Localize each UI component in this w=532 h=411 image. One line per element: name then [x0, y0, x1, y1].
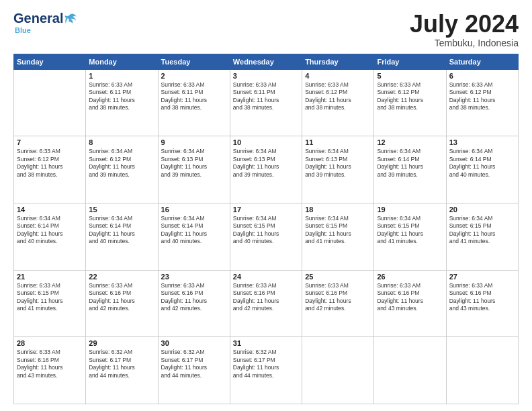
day-number: 28 [17, 339, 83, 347]
day-info: Sunrise: 6:34 AMSunset: 6:13 PMDaylight:… [305, 148, 371, 179]
calendar-cell: 10Sunrise: 6:34 AMSunset: 6:13 PMDayligh… [230, 136, 302, 203]
table-row: 7Sunrise: 6:33 AMSunset: 6:12 PMDaylight… [14, 136, 519, 203]
day-number: 17 [233, 205, 299, 214]
col-sunday: Sunday [14, 54, 86, 69]
day-info: Sunrise: 6:32 AMSunset: 6:17 PMDaylight:… [161, 349, 227, 379]
calendar-cell: 22Sunrise: 6:33 AMSunset: 6:16 PMDayligh… [86, 270, 158, 337]
day-info: Sunrise: 6:34 AMSunset: 6:15 PMDaylight:… [377, 215, 443, 246]
calendar-cell: 20Sunrise: 6:34 AMSunset: 6:15 PMDayligh… [446, 203, 518, 270]
calendar-cell: 11Sunrise: 6:34 AMSunset: 6:13 PMDayligh… [302, 136, 374, 203]
day-info: Sunrise: 6:33 AMSunset: 6:12 PMDaylight:… [377, 81, 443, 112]
day-info: Sunrise: 6:33 AMSunset: 6:11 PMDaylight:… [233, 81, 299, 112]
day-number: 30 [161, 339, 227, 347]
calendar-cell: 7Sunrise: 6:33 AMSunset: 6:12 PMDaylight… [14, 136, 86, 203]
day-info: Sunrise: 6:33 AMSunset: 6:16 PMDaylight:… [233, 282, 299, 313]
calendar-cell: 26Sunrise: 6:33 AMSunset: 6:16 PMDayligh… [374, 270, 446, 337]
header: General Blue July 2024 Tembuku, Indonesi… [13, 11, 519, 48]
calendar-cell: 2Sunrise: 6:33 AMSunset: 6:11 PMDaylight… [158, 69, 230, 136]
day-info: Sunrise: 6:33 AMSunset: 6:11 PMDaylight:… [161, 81, 227, 112]
day-number: 21 [17, 273, 83, 281]
day-number: 14 [17, 205, 83, 214]
day-number: 10 [233, 138, 299, 146]
logo-blue-text: Blue [15, 26, 31, 34]
day-info: Sunrise: 6:34 AMSunset: 6:13 PMDaylight:… [233, 148, 299, 179]
table-row: 28Sunrise: 6:33 AMSunset: 6:16 PMDayligh… [14, 337, 519, 404]
col-saturday: Saturday [446, 54, 518, 69]
day-info: Sunrise: 6:32 AMSunset: 6:17 PMDaylight:… [233, 349, 299, 379]
day-number: 23 [161, 273, 227, 281]
day-number: 24 [233, 273, 299, 281]
day-number: 31 [233, 339, 299, 347]
day-info: Sunrise: 6:34 AMSunset: 6:14 PMDaylight:… [377, 148, 443, 179]
day-number: 4 [305, 72, 371, 80]
page: General Blue July 2024 Tembuku, Indonesi… [0, 0, 532, 411]
day-info: Sunrise: 6:32 AMSunset: 6:17 PMDaylight:… [89, 349, 154, 379]
day-number: 11 [305, 138, 371, 146]
day-info: Sunrise: 6:34 AMSunset: 6:15 PMDaylight:… [305, 215, 371, 246]
calendar-cell: 4Sunrise: 6:33 AMSunset: 6:12 PMDaylight… [302, 69, 374, 136]
logo-general: General [13, 11, 63, 26]
calendar-cell: 31Sunrise: 6:32 AMSunset: 6:17 PMDayligh… [230, 337, 302, 404]
day-info: Sunrise: 6:33 AMSunset: 6:12 PMDaylight:… [305, 81, 371, 112]
day-info: Sunrise: 6:34 AMSunset: 6:13 PMDaylight:… [161, 148, 227, 179]
day-info: Sunrise: 6:33 AMSunset: 6:12 PMDaylight:… [449, 81, 515, 112]
day-number: 2 [161, 72, 227, 80]
calendar-cell: 23Sunrise: 6:33 AMSunset: 6:16 PMDayligh… [158, 270, 230, 337]
calendar-cell: 13Sunrise: 6:34 AMSunset: 6:14 PMDayligh… [446, 136, 518, 203]
calendar-cell: 5Sunrise: 6:33 AMSunset: 6:12 PMDaylight… [374, 69, 446, 136]
day-info: Sunrise: 6:33 AMSunset: 6:16 PMDaylight:… [305, 282, 371, 313]
calendar-cell: 3Sunrise: 6:33 AMSunset: 6:11 PMDaylight… [230, 69, 302, 136]
day-info: Sunrise: 6:33 AMSunset: 6:16 PMDaylight:… [161, 282, 227, 313]
col-friday: Friday [374, 54, 446, 69]
day-number: 29 [89, 339, 154, 347]
day-info: Sunrise: 6:34 AMSunset: 6:15 PMDaylight:… [233, 215, 299, 246]
day-number: 18 [305, 205, 371, 214]
calendar-cell: 14Sunrise: 6:34 AMSunset: 6:14 PMDayligh… [14, 203, 86, 270]
calendar-cell: 1Sunrise: 6:33 AMSunset: 6:11 PMDaylight… [86, 69, 158, 136]
title-block: July 2024 Tembuku, Indonesia [410, 11, 519, 48]
day-number: 19 [377, 205, 443, 214]
day-number: 26 [377, 273, 443, 281]
day-info: Sunrise: 6:33 AMSunset: 6:16 PMDaylight:… [89, 282, 154, 313]
calendar-cell: 16Sunrise: 6:34 AMSunset: 6:14 PMDayligh… [158, 203, 230, 270]
calendar-cell [446, 337, 518, 404]
day-number: 9 [161, 138, 227, 146]
calendar-cell [14, 69, 86, 136]
day-info: Sunrise: 6:34 AMSunset: 6:12 PMDaylight:… [89, 148, 154, 179]
day-number: 20 [449, 205, 515, 214]
calendar-cell: 18Sunrise: 6:34 AMSunset: 6:15 PMDayligh… [302, 203, 374, 270]
col-wednesday: Wednesday [230, 54, 302, 69]
table-row: 21Sunrise: 6:33 AMSunset: 6:15 PMDayligh… [14, 270, 519, 337]
day-info: Sunrise: 6:34 AMSunset: 6:15 PMDaylight:… [449, 215, 515, 246]
calendar-cell: 9Sunrise: 6:34 AMSunset: 6:13 PMDaylight… [158, 136, 230, 203]
calendar-cell: 28Sunrise: 6:33 AMSunset: 6:16 PMDayligh… [14, 337, 86, 404]
day-info: Sunrise: 6:33 AMSunset: 6:12 PMDaylight:… [17, 148, 83, 179]
calendar-header-row: Sunday Monday Tuesday Wednesday Thursday… [14, 54, 519, 69]
calendar-cell [374, 337, 446, 404]
day-info: Sunrise: 6:33 AMSunset: 6:16 PMDaylight:… [17, 349, 83, 379]
day-info: Sunrise: 6:33 AMSunset: 6:16 PMDaylight:… [449, 282, 515, 313]
col-monday: Monday [86, 54, 158, 69]
day-number: 22 [89, 273, 154, 281]
col-thursday: Thursday [302, 54, 374, 69]
day-info: Sunrise: 6:33 AMSunset: 6:11 PMDaylight:… [89, 81, 154, 112]
table-row: 1Sunrise: 6:33 AMSunset: 6:11 PMDaylight… [14, 69, 519, 136]
col-tuesday: Tuesday [158, 54, 230, 69]
day-info: Sunrise: 6:33 AMSunset: 6:16 PMDaylight:… [377, 282, 443, 313]
table-row: 14Sunrise: 6:34 AMSunset: 6:14 PMDayligh… [14, 203, 519, 270]
day-number: 3 [233, 72, 299, 80]
calendar-cell: 17Sunrise: 6:34 AMSunset: 6:15 PMDayligh… [230, 203, 302, 270]
day-number: 25 [305, 273, 371, 281]
calendar-cell [302, 337, 374, 404]
day-number: 6 [449, 72, 515, 80]
calendar-cell: 27Sunrise: 6:33 AMSunset: 6:16 PMDayligh… [446, 270, 518, 337]
day-number: 1 [89, 72, 154, 80]
day-number: 7 [17, 138, 83, 146]
calendar-cell: 6Sunrise: 6:33 AMSunset: 6:12 PMDaylight… [446, 69, 518, 136]
calendar-cell: 15Sunrise: 6:34 AMSunset: 6:14 PMDayligh… [86, 203, 158, 270]
day-number: 27 [449, 273, 515, 281]
day-info: Sunrise: 6:33 AMSunset: 6:15 PMDaylight:… [17, 282, 83, 313]
calendar-cell: 25Sunrise: 6:33 AMSunset: 6:16 PMDayligh… [302, 270, 374, 337]
day-number: 16 [161, 205, 227, 214]
calendar-cell: 8Sunrise: 6:34 AMSunset: 6:12 PMDaylight… [86, 136, 158, 203]
